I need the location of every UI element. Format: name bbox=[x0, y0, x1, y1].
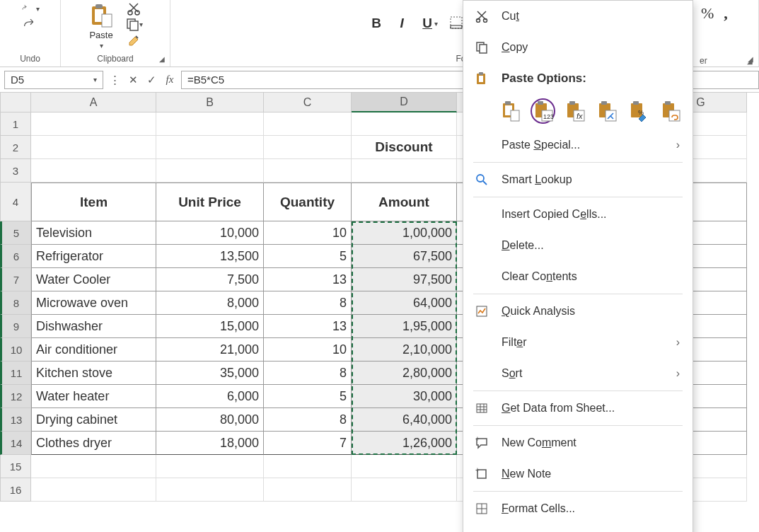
cell[interactable] bbox=[31, 478, 156, 502]
cell[interactable]: 10 bbox=[264, 338, 352, 362]
cell[interactable]: 10,000 bbox=[156, 221, 264, 245]
paste-formatting[interactable]: % bbox=[626, 98, 651, 124]
cell[interactable]: 13 bbox=[264, 268, 352, 291]
ctx-new-comment[interactable]: +New Comment bbox=[463, 427, 693, 458]
cell[interactable]: 80,000 bbox=[156, 408, 264, 432]
col-header[interactable]: B bbox=[156, 93, 264, 112]
cell[interactable] bbox=[156, 159, 264, 183]
col-header[interactable]: A bbox=[31, 93, 156, 112]
row-header[interactable]: 12 bbox=[0, 385, 31, 408]
cell[interactable] bbox=[264, 112, 352, 136]
ctx-cut[interactable]: Cut bbox=[463, 1, 693, 32]
paste-link[interactable] bbox=[658, 98, 683, 124]
cell[interactable]: Water heater bbox=[31, 385, 156, 408]
row-header[interactable]: 3 bbox=[0, 159, 31, 183]
cell[interactable]: Unit Price bbox=[156, 183, 264, 221]
italic-button[interactable]: I bbox=[395, 16, 409, 31]
cell[interactable]: 21,000 bbox=[156, 338, 264, 362]
cell[interactable] bbox=[352, 478, 457, 502]
format-painter-button[interactable] bbox=[124, 33, 143, 47]
cell[interactable]: 1,26,000 bbox=[352, 432, 457, 455]
vdots-icon[interactable]: ⋮ bbox=[108, 74, 122, 86]
insert-function-button[interactable]: fx bbox=[163, 74, 177, 86]
number-launcher[interactable]: ◢ bbox=[745, 56, 755, 66]
ctx-paste-special[interactable]: Paste Special...› bbox=[463, 129, 693, 161]
cell[interactable]: 67,500 bbox=[352, 245, 457, 268]
cell[interactable] bbox=[31, 112, 156, 136]
row-header[interactable]: 7 bbox=[0, 268, 31, 291]
ctx-get-data[interactable]: Get Data from Sheet... bbox=[463, 393, 693, 424]
undo-button[interactable]: ▾ bbox=[21, 1, 40, 16]
ctx-smart-lookup[interactable]: Smart Lookup bbox=[463, 164, 693, 195]
cell[interactable] bbox=[352, 455, 457, 478]
percent-button[interactable]: % bbox=[701, 4, 714, 23]
ctx-pick-list[interactable]: Pick From Drop-down List bbox=[463, 524, 693, 532]
cut-button[interactable] bbox=[124, 1, 143, 16]
row-header[interactable]: 2 bbox=[0, 136, 31, 159]
cell[interactable] bbox=[156, 478, 264, 502]
row-header[interactable]: 1 bbox=[0, 112, 31, 136]
cell[interactable]: Dishwasher bbox=[31, 315, 156, 338]
cell[interactable]: Quantity bbox=[264, 183, 352, 221]
row-header[interactable]: 13 bbox=[0, 408, 31, 432]
clipboard-launcher[interactable]: ◢ bbox=[157, 54, 167, 64]
cell[interactable]: 35,000 bbox=[156, 362, 264, 385]
cell[interactable]: Refrigerator bbox=[31, 245, 156, 268]
cell[interactable] bbox=[264, 136, 352, 159]
row-header[interactable]: 4 bbox=[0, 183, 31, 221]
cell[interactable]: 10 bbox=[264, 221, 352, 245]
cell[interactable]: 13,500 bbox=[156, 245, 264, 268]
ctx-copy[interactable]: Copy bbox=[463, 32, 693, 63]
ctx-filter[interactable]: Filter› bbox=[463, 327, 693, 358]
cell[interactable]: 8 bbox=[264, 362, 352, 385]
cell[interactable]: Clothes dryer bbox=[31, 432, 156, 455]
cell[interactable]: 2,10,000 bbox=[352, 338, 457, 362]
cell[interactable] bbox=[264, 478, 352, 502]
accept-formula-button[interactable]: ✓ bbox=[144, 74, 158, 86]
cell[interactable]: 8 bbox=[264, 291, 352, 315]
cell[interactable] bbox=[352, 159, 457, 183]
cell[interactable]: Air conditioner bbox=[31, 338, 156, 362]
ctx-delete[interactable]: Delete... bbox=[463, 230, 693, 261]
cell[interactable] bbox=[264, 455, 352, 478]
cell[interactable] bbox=[352, 112, 457, 136]
ctx-sort[interactable]: Sort› bbox=[463, 358, 693, 389]
cell[interactable]: 18,000 bbox=[156, 432, 264, 455]
row-header[interactable]: 5 bbox=[0, 221, 31, 245]
row-header[interactable]: 16 bbox=[0, 478, 31, 502]
ctx-clear[interactable]: Clear Contents bbox=[463, 261, 693, 292]
cell[interactable] bbox=[31, 455, 156, 478]
cell[interactable] bbox=[156, 455, 264, 478]
cell[interactable]: 15,000 bbox=[156, 315, 264, 338]
cell[interactable]: 7,500 bbox=[156, 268, 264, 291]
cell[interactable] bbox=[156, 112, 264, 136]
cell[interactable]: 8,000 bbox=[156, 291, 264, 315]
cell[interactable]: Microwave oven bbox=[31, 291, 156, 315]
cell[interactable]: 30,000 bbox=[352, 385, 457, 408]
comma-button[interactable]: , bbox=[724, 4, 728, 23]
col-header[interactable]: C bbox=[264, 93, 352, 112]
row-header[interactable]: 14 bbox=[0, 432, 31, 455]
row-header[interactable]: 11 bbox=[0, 362, 31, 385]
cell[interactable]: Television bbox=[31, 221, 156, 245]
cell[interactable] bbox=[31, 136, 156, 159]
row-header[interactable]: 10 bbox=[0, 338, 31, 362]
ctx-format-cells[interactable]: Format Cells... bbox=[463, 493, 693, 524]
row-header[interactable]: 15 bbox=[0, 455, 31, 478]
cell[interactable]: 6,40,000 bbox=[352, 408, 457, 432]
cell[interactable] bbox=[31, 159, 156, 183]
cell[interactable]: 13 bbox=[264, 315, 352, 338]
ctx-new-note[interactable]: +New Note bbox=[463, 458, 693, 490]
row-header[interactable]: 8 bbox=[0, 291, 31, 315]
cell[interactable]: Water Cooler bbox=[31, 268, 156, 291]
cell[interactable] bbox=[156, 136, 264, 159]
ctx-insert-copied[interactable]: Insert Copied Cells... bbox=[463, 199, 693, 230]
cell[interactable]: 7 bbox=[264, 432, 352, 455]
cell[interactable] bbox=[264, 159, 352, 183]
ctx-quick-analysis[interactable]: Quick Analysis bbox=[463, 296, 693, 327]
col-header[interactable]: D bbox=[352, 93, 457, 112]
paste-values[interactable]: 123 bbox=[531, 98, 555, 124]
row-header[interactable]: 6 bbox=[0, 245, 31, 268]
copy-button[interactable]: ▾ bbox=[124, 17, 143, 31]
cell[interactable]: Drying cabinet bbox=[31, 408, 156, 432]
